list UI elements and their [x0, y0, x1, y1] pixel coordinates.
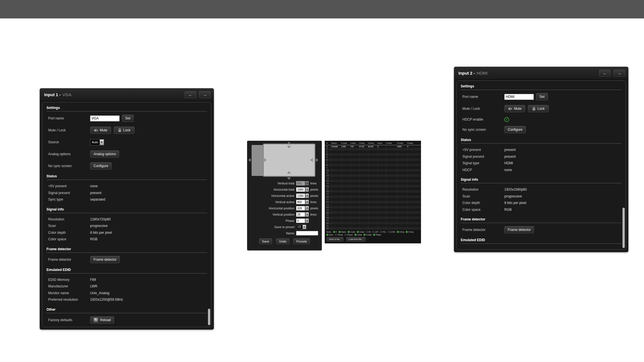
resize-down-arrow-icon[interactable]: [287, 146, 291, 148]
presets-button[interactable]: Presets: [293, 238, 310, 244]
table-row[interactable]: 17---------: [325, 188, 421, 190]
scrollbar-thumb[interactable]: [208, 309, 210, 325]
number-input[interactable]: 800: [296, 200, 305, 204]
prev-port-button[interactable]: ←: [184, 91, 196, 98]
lock-button[interactable]: Lock: [114, 127, 135, 134]
table-row[interactable]: 9---------: [325, 166, 421, 169]
number-input[interactable]: 1280: [296, 193, 305, 198]
set-button[interactable]: Set: [536, 93, 548, 100]
table-row[interactable]: 10---------: [325, 169, 421, 172]
resize-up-arrow-icon[interactable]: [287, 171, 291, 174]
table-row[interactable]: 29---------: [325, 219, 421, 222]
frame-detector-button[interactable]: Frame detector: [504, 226, 534, 233]
save-button[interactable]: Save: [259, 238, 272, 244]
configure-button[interactable]: Configure: [90, 162, 112, 170]
load-from-file-button[interactable]: Load from file...: [346, 237, 365, 241]
next-port-button[interactable]: →: [199, 91, 211, 98]
column-checkbox[interactable]: BI: [366, 231, 370, 233]
column-checkbox[interactable]: V.size: [357, 231, 364, 233]
hdcp-enabled-check-icon[interactable]: ✓: [504, 117, 509, 122]
port-name-input[interactable]: [504, 94, 534, 100]
table-row[interactable]: 20---------: [325, 195, 421, 198]
column-checkbox[interactable]: H.size: [348, 231, 355, 233]
spinner-icon[interactable]: [305, 187, 309, 192]
spinner-icon[interactable]: [305, 206, 309, 211]
column-checkbox[interactable]: LOF: [372, 231, 378, 233]
preset-name-input[interactable]: [296, 231, 318, 235]
analog-options-button[interactable]: Analog options: [90, 150, 119, 158]
table-row[interactable]: 16---------: [325, 185, 421, 187]
table-row[interactable]: 24---------: [325, 206, 421, 209]
save-to-file-button[interactable]: Save to file...: [327, 237, 343, 241]
column-checkbox[interactable]: FOL: [380, 231, 386, 233]
spinner-icon[interactable]: [305, 193, 309, 198]
resize-right-arrow-icon[interactable]: [316, 158, 318, 162]
configure-button[interactable]: Configure: [504, 126, 526, 133]
source-select[interactable]: Auto: [90, 139, 104, 145]
spinner-icon[interactable]: [305, 218, 309, 223]
table-row[interactable]: 14---------: [325, 180, 421, 182]
set-button[interactable]: Set: [122, 115, 134, 122]
preset-select[interactable]: U1: [296, 225, 306, 229]
spinner-icon[interactable]: [305, 200, 309, 204]
table-row[interactable]: 32---------: [325, 227, 421, 230]
table-row[interactable]: 1Huddle128072047.8263.840-16500: [325, 145, 421, 148]
mute-button[interactable]: Mute: [90, 127, 111, 134]
lock-button[interactable]: Lock: [528, 105, 549, 112]
table-row[interactable]: 18---------: [325, 190, 421, 193]
number-input[interactable]: 831: [296, 181, 305, 186]
column-checkbox[interactable]: HS.pol: [345, 234, 353, 236]
table-row[interactable]: 21---------: [325, 198, 421, 201]
table-row[interactable]: 15---------: [325, 182, 421, 185]
number-input[interactable]: 0: [296, 218, 305, 223]
column-checkbox[interactable]: Name: [339, 231, 346, 233]
column-checkbox[interactable]: H.total: [364, 234, 371, 236]
table-row[interactable]: 6---------: [325, 158, 421, 161]
resize-down-arrow-icon[interactable]: [287, 177, 291, 180]
table-row[interactable]: 4---------: [325, 153, 421, 156]
column-checkbox[interactable]: Scan: [326, 234, 333, 236]
port-name-input[interactable]: [90, 115, 120, 121]
mute-button[interactable]: Mute: [504, 105, 525, 112]
resize-up-arrow-icon[interactable]: [287, 142, 291, 144]
column-checkbox[interactable]: V.freq: [397, 231, 404, 233]
table-row[interactable]: 30---------: [325, 222, 421, 224]
table-row[interactable]: 23---------: [325, 203, 421, 206]
column-checkbox[interactable]: LDVS: [388, 231, 395, 233]
table-cell: -: [350, 219, 359, 222]
table-row[interactable]: 22---------: [325, 201, 421, 203]
number-input[interactable]: 28: [296, 212, 305, 217]
table-row[interactable]: 19---------: [325, 193, 421, 195]
prev-port-button[interactable]: ←: [599, 70, 611, 77]
reload-button[interactable]: ↻ Reload: [90, 316, 114, 324]
table-row[interactable]: 25---------: [325, 209, 421, 211]
table-row[interactable]: 12---------: [325, 174, 421, 177]
column-checkbox[interactable]: V.total: [354, 234, 362, 236]
spinner-icon[interactable]: [305, 212, 309, 217]
table-row[interactable]: 31---------: [325, 224, 421, 227]
resize-right-arrow-icon[interactable]: [264, 158, 267, 162]
column-checkbox[interactable]: Phase: [373, 234, 381, 236]
resize-left-arrow-icon[interactable]: [248, 158, 251, 162]
table-row[interactable]: 13---------: [325, 177, 421, 180]
table-row[interactable]: 7---------: [325, 161, 421, 164]
table-row[interactable]: 11---------: [325, 172, 421, 174]
table-row[interactable]: 5---------: [325, 156, 421, 158]
column-checkbox[interactable]: VS.pol: [335, 234, 343, 236]
table-row[interactable]: 28---------: [325, 216, 421, 219]
table-row[interactable]: 8---------: [325, 164, 421, 166]
number-input[interactable]: 328: [296, 206, 305, 211]
spinner-icon[interactable]: [305, 181, 309, 186]
resize-left-arrow-icon[interactable]: [310, 158, 313, 162]
column-checkbox[interactable]: #: [333, 231, 337, 233]
table-row[interactable]: 27---------: [325, 214, 421, 216]
table-row[interactable]: 2---------: [325, 148, 421, 150]
table-row[interactable]: 3---------: [325, 151, 421, 153]
table-row[interactable]: 26---------: [325, 211, 421, 214]
frame-detector-button[interactable]: Frame detector: [90, 256, 120, 263]
number-input[interactable]: 1680: [296, 187, 305, 192]
scrollbar-thumb[interactable]: [622, 208, 625, 248]
undo-button[interactable]: Undo: [276, 238, 290, 244]
next-port-button[interactable]: →: [613, 70, 625, 77]
column-checkbox[interactable]: H.freq: [406, 231, 413, 233]
